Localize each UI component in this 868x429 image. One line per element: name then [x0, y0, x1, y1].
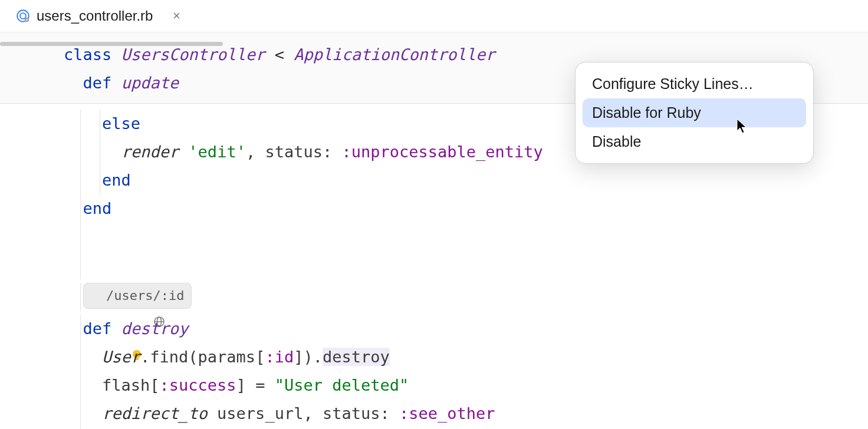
redirect-call: redirect_to — [102, 404, 208, 423]
code-line[interactable]: def destroy — [64, 315, 868, 343]
symbol: :unprocessable_entity — [341, 143, 542, 161]
tab-filename: users_controller.rb — [37, 8, 153, 24]
menu-disable[interactable]: Disable — [583, 127, 806, 156]
tab-bar: users_controller.rb × — [0, 0, 868, 32]
symbol: :id — [265, 348, 294, 366]
code-line[interactable]: end — [64, 194, 868, 223]
menu-disable-for-ruby[interactable]: Disable for Ruby — [583, 98, 806, 127]
inherit-operator: < — [265, 45, 294, 64]
ruby-file-icon — [15, 8, 31, 24]
code-line[interactable]: User.find(params[:id]).destroy — [64, 343, 868, 371]
flash-access: flash[ — [102, 376, 160, 394]
string-literal: "User deleted" — [275, 376, 409, 394]
symbol: :see_other — [399, 404, 495, 423]
close-tab-icon[interactable]: × — [169, 9, 183, 23]
parent-class: ApplicationController — [294, 45, 495, 64]
class-ref: User — [102, 348, 140, 366]
lightbulb-icon[interactable] — [72, 315, 86, 329]
redirect-args: users_url, status: — [208, 404, 399, 423]
symbol: :success — [160, 376, 236, 394]
globe-icon — [91, 290, 103, 302]
keyword-class: class — [64, 45, 111, 64]
editor-tab[interactable]: users_controller.rb × — [8, 3, 190, 29]
keyword-else: else — [102, 114, 140, 133]
menu-configure-sticky-lines[interactable]: Configure Sticky Lines… — [583, 70, 806, 98]
destroy-call-highlighted: destroy — [323, 348, 390, 366]
render-call: render — [121, 143, 179, 161]
mouse-cursor-icon — [736, 118, 748, 134]
string-literal: 'edit' — [188, 143, 246, 161]
code-line[interactable]: redirect_to users_url, status: :see_othe… — [64, 400, 868, 428]
method-name: update — [121, 74, 179, 92]
keyword-end: end — [83, 199, 112, 217]
route-hint-text: /users/:id — [106, 285, 184, 307]
keyword-def: def — [83, 319, 112, 338]
class-name: UsersController — [121, 45, 265, 64]
context-menu: Configure Sticky Lines… Disable for Ruby… — [575, 62, 814, 164]
assign-op: ] = — [236, 376, 275, 394]
keyword-end: end — [102, 171, 131, 189]
method-name: destroy — [121, 319, 189, 338]
svg-point-1 — [20, 13, 26, 19]
code-line[interactable]: end — [64, 166, 868, 194]
method-call: ]). — [294, 348, 323, 366]
code-line[interactable] — [64, 223, 868, 251]
route-hint-badge[interactable]: /users/:id — [83, 283, 192, 309]
status-label: , status: — [246, 143, 342, 161]
code-line[interactable] — [64, 251, 868, 279]
method-call: .find(params[ — [140, 348, 265, 366]
keyword-def: def — [83, 74, 112, 92]
route-hint-line[interactable]: /users/:id — [64, 283, 868, 311]
code-line[interactable]: flash[:success] = "User deleted" — [64, 371, 868, 400]
